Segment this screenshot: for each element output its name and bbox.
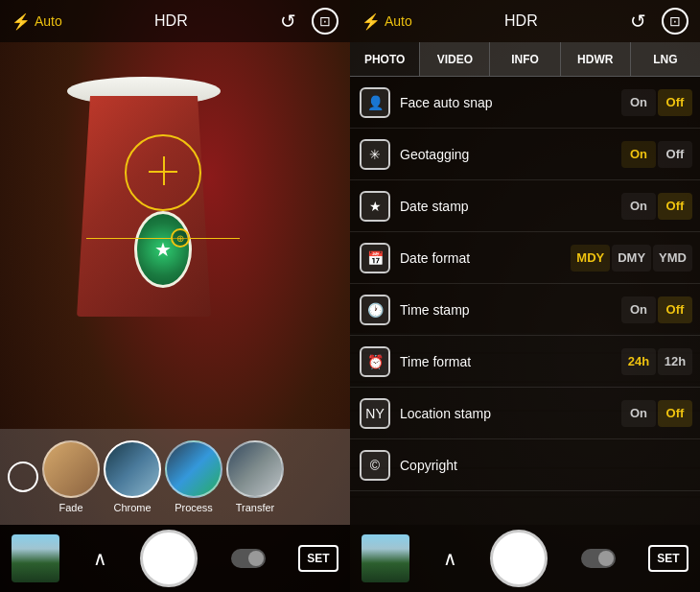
tab-photo[interactable]: PHOTO <box>350 42 420 76</box>
copyright-icon: © <box>358 448 392 483</box>
right-settings-panel: ⚡ Auto HDR ↺ ⊡ PHOTO VIDEO INFO HDWR LNG… <box>350 0 700 592</box>
filter-process-thumb <box>165 440 222 498</box>
date-format-option-ymd[interactable]: YMD <box>653 245 692 272</box>
top-bar-right: ↺ ⊡ <box>280 8 338 35</box>
settings-row-time-format: ⏰Time format24h12h <box>350 336 700 388</box>
right-flash-icon: ⚡ <box>362 12 381 31</box>
geotagging-options: OnOff <box>621 141 692 168</box>
date-format-label: Date format <box>400 250 563 266</box>
right-rotate-icon[interactable]: ↺ <box>630 10 646 33</box>
right-hdr-button[interactable]: HDR <box>504 12 538 30</box>
time-format-options: 24h12h <box>621 348 692 375</box>
settings-row-date-stamp: ★Date stampOnOff <box>350 180 700 232</box>
face-auto-snap-label: Face auto snap <box>400 95 614 110</box>
right-thumbnail-image <box>362 534 409 582</box>
filter-none-indicator[interactable] <box>8 462 38 492</box>
left-top-bar: ⚡ Auto HDR ↺ ⊡ <box>0 0 350 42</box>
right-set-button[interactable]: SET <box>648 545 688 572</box>
time-stamp-icon-img: 🕐 <box>360 295 390 325</box>
gallery-thumbnail[interactable] <box>12 534 59 582</box>
filter-transfer-thumb <box>226 440 284 498</box>
time-stamp-label: Time stamp <box>400 302 614 318</box>
time-format-option-24h[interactable]: 24h <box>621 348 656 375</box>
face-auto-snap-option-on[interactable]: On <box>621 89 656 116</box>
chevron-up-icon[interactable]: ∧ <box>93 547 107 570</box>
filter-fade-label: Fade <box>58 502 82 513</box>
copyright-label: Copyright <box>400 458 692 473</box>
settings-row-time-stamp: 🕐Time stampOnOff <box>350 284 700 336</box>
date-format-options: MDYDMYYMD <box>571 245 692 272</box>
geotagging-icon: ✳ <box>358 137 392 172</box>
toggle-switch[interactable] <box>231 549 266 568</box>
tab-video[interactable]: VIDEO <box>420 42 490 76</box>
right-flash-label: Auto <box>385 13 412 29</box>
settings-list: 👤Face auto snapOnOff✳GeotaggingOnOff★Dat… <box>350 77 700 525</box>
right-top-bar: ⚡ Auto HDR ↺ ⊡ <box>350 0 700 42</box>
date-format-option-dmy[interactable]: DMY <box>612 245 651 272</box>
time-format-icon: ⏰ <box>358 344 392 379</box>
date-stamp-option-on[interactable]: On <box>621 193 656 220</box>
rotate-icon[interactable]: ↺ <box>280 10 296 33</box>
starbucks-logo: ★ <box>134 211 192 288</box>
right-shutter-button[interactable] <box>490 530 548 587</box>
geotagging-option-on[interactable]: On <box>621 141 656 168</box>
settings-row-copyright: ©Copyright <box>350 439 700 491</box>
flash-control[interactable]: ⚡ Auto <box>12 12 62 31</box>
location-stamp-icon: NY <box>358 396 392 431</box>
time-format-option-12h[interactable]: 12h <box>658 348 692 375</box>
face-auto-snap-options: OnOff <box>621 89 692 116</box>
time-stamp-options: OnOff <box>621 296 692 323</box>
right-top-bar-right: ↺ ⊡ <box>630 8 688 35</box>
date-stamp-options: OnOff <box>621 193 692 220</box>
location-stamp-option-off[interactable]: Off <box>658 400 692 427</box>
right-gallery-thumbnail[interactable] <box>362 534 409 582</box>
filter-strip: Fade Chrome Process Transfer <box>0 429 350 525</box>
settings-tab-bar: PHOTO VIDEO INFO HDWR LNG <box>350 42 700 77</box>
date-format-option-mdy[interactable]: MDY <box>571 245 610 272</box>
face-auto-snap-icon: 👤 <box>358 85 392 120</box>
tab-hdwr[interactable]: HDWR <box>561 42 631 76</box>
location-stamp-label: Location stamp <box>400 406 614 421</box>
geotagging-option-off[interactable]: Off <box>658 141 692 168</box>
hdr-button[interactable]: HDR <box>154 12 188 30</box>
location-stamp-option-on[interactable]: On <box>621 400 656 427</box>
flash-icon: ⚡ <box>12 12 31 31</box>
geotagging-label: Geotagging <box>400 147 614 162</box>
filter-fade-thumb <box>42 440 100 498</box>
settings-row-face-auto-snap: 👤Face auto snapOnOff <box>350 77 700 129</box>
date-stamp-label: Date stamp <box>400 199 614 214</box>
focus-crosshair <box>160 168 168 176</box>
right-toggle-switch[interactable] <box>581 549 616 568</box>
thumbnail-image <box>12 534 59 582</box>
filter-fade[interactable]: Fade <box>42 440 100 513</box>
geotagging-icon-img: ✳ <box>360 139 390 170</box>
filter-transfer[interactable]: Transfer <box>226 440 284 513</box>
camera-switch-icon[interactable]: ⊡ <box>312 8 338 35</box>
tab-lng[interactable]: LNG <box>631 42 700 76</box>
date-stamp-option-off[interactable]: Off <box>658 193 692 220</box>
settings-row-location-stamp: NYLocation stampOnOff <box>350 388 700 439</box>
time-stamp-option-on[interactable]: On <box>621 296 656 323</box>
set-button[interactable]: SET <box>298 545 338 572</box>
filter-chrome[interactable]: Chrome <box>104 440 161 513</box>
right-flash-control[interactable]: ⚡ Auto <box>362 12 412 31</box>
flash-label: Auto <box>35 13 62 29</box>
exposure-icon[interactable]: ⊕ <box>171 228 190 248</box>
date-format-icon-img: 📅 <box>360 243 390 273</box>
right-camera-switch-icon[interactable]: ⊡ <box>662 8 688 35</box>
filter-chrome-thumb <box>104 440 161 498</box>
shutter-button[interactable] <box>140 530 198 587</box>
left-bottom-bar: ∧ SET <box>0 525 350 592</box>
settings-overlay: PHOTO VIDEO INFO HDWR LNG 👤Face auto sna… <box>350 42 700 525</box>
tab-info[interactable]: INFO <box>490 42 560 76</box>
settings-row-date-format: 📅Date formatMDYDMYYMD <box>350 232 700 284</box>
face-auto-snap-option-off[interactable]: Off <box>658 89 692 116</box>
time-stamp-icon: 🕐 <box>358 293 392 327</box>
filter-process[interactable]: Process <box>165 440 222 513</box>
left-camera-panel: ★ ⚡ Auto HDR ↺ ⊡ ⊕ Fade Chrome <box>0 0 350 592</box>
exposure-line <box>86 238 240 239</box>
copyright-icon-img: © <box>360 450 390 481</box>
right-chevron-up-icon[interactable]: ∧ <box>443 547 457 570</box>
date-format-icon: 📅 <box>358 241 392 275</box>
time-stamp-option-off[interactable]: Off <box>658 296 692 323</box>
